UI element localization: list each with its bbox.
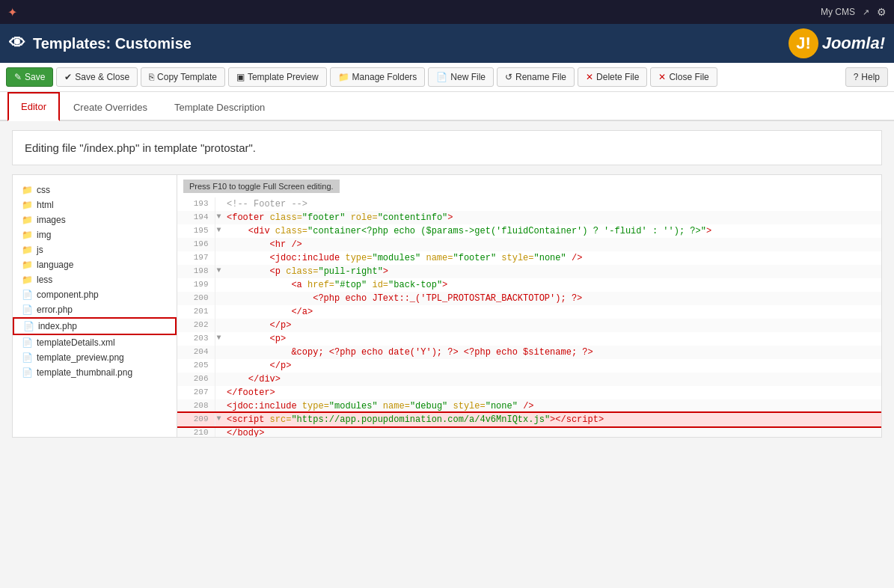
line-code[interactable]: <hr /> <box>224 238 881 251</box>
file-icon: 📄 <box>22 337 33 348</box>
table-row: 205 </p> <box>177 359 881 373</box>
folder-icon: 📁 <box>22 275 33 285</box>
line-number: 201 <box>177 305 215 319</box>
tree-folder-item[interactable]: 📁images <box>13 212 177 227</box>
tree-item-label: less <box>37 275 52 285</box>
line-code[interactable]: &copy; <?php echo date('Y'); ?> <?php ec… <box>224 346 881 359</box>
tree-file-item[interactable]: 📄template_thumbnail.png <box>13 365 177 380</box>
line-code[interactable]: </a> <box>224 305 881 319</box>
tree-item-label: error.php <box>37 304 73 315</box>
line-code[interactable]: <jdoc:include type="modules" name="foote… <box>224 251 881 265</box>
line-arrow <box>215 278 224 292</box>
line-number: 198 <box>177 265 215 278</box>
eye-icon: 👁 <box>9 34 25 53</box>
line-code[interactable]: <script src="https://app.popupdomination… <box>224 413 881 426</box>
copy-template-button[interactable]: ⎘ Copy Template <box>141 67 225 87</box>
help-button[interactable]: ? Help <box>845 67 888 87</box>
toolbar-right: ? Help <box>845 67 888 87</box>
table-row: 209▼<script src="https://app.popupdomina… <box>177 413 881 426</box>
line-code[interactable]: </body> <box>224 426 881 437</box>
table-row: 206 </div> <box>177 373 881 386</box>
rename-file-button[interactable]: ↺ Rename File <box>497 67 575 87</box>
tree-item-label: component.php <box>37 290 99 300</box>
save-button[interactable]: ✎ Save <box>6 67 53 87</box>
line-code[interactable]: </div> <box>224 373 881 386</box>
tree-folder-item[interactable]: 📁language <box>13 257 177 272</box>
tree-folder-item[interactable]: 📁html <box>13 197 177 212</box>
tree-item-label: index.php <box>38 321 77 331</box>
gear-icon[interactable]: ⚙ <box>877 6 887 18</box>
tree-file-item[interactable]: 📄error.php <box>13 302 177 317</box>
preview-icon: ▣ <box>236 72 245 82</box>
tree-file-item[interactable]: 📄template_preview.png <box>13 350 177 365</box>
copy-icon: ⎘ <box>149 72 154 82</box>
save-icon: ✎ <box>14 72 22 82</box>
code-area[interactable]: 193<!-- Footer -->194▼<footer class="foo… <box>177 197 881 437</box>
line-code[interactable]: <p> <box>224 332 881 346</box>
table-row: 198▼ <p class="pull-right"> <box>177 265 881 278</box>
joomla-logo: J! Joomla! <box>788 28 885 59</box>
line-code[interactable]: <a href="#top" id="back-top"> <box>224 278 881 292</box>
line-number: 196 <box>177 238 215 251</box>
line-number: 202 <box>177 319 215 332</box>
tree-folder-item[interactable]: 📁img <box>13 227 177 242</box>
line-code[interactable]: <p class="pull-right"> <box>224 265 881 278</box>
save-close-button[interactable]: ✔ Save & Close <box>56 67 138 87</box>
code-editor[interactable]: Press F10 to toggle Full Screen editing.… <box>177 175 881 437</box>
line-number: 203 <box>177 332 215 346</box>
table-row: 202 </p> <box>177 319 881 332</box>
line-code[interactable]: </footer> <box>224 386 881 399</box>
table-row: 200 <?php echo JText::_('TPL_PROTOSTAR_B… <box>177 292 881 305</box>
editing-file-text: Editing file "/index.php" in template "p… <box>25 141 256 154</box>
line-arrow <box>215 197 224 211</box>
line-code[interactable]: </p> <box>224 359 881 373</box>
editing-title: Editing file "/index.php" in template "p… <box>12 130 882 165</box>
line-code[interactable]: <jdoc:include type="modules" name="debug… <box>224 399 881 413</box>
checkmark-icon: ✔ <box>64 72 72 82</box>
table-row: 199 <a href="#top" id="back-top"> <box>177 278 881 292</box>
tab-editor[interactable]: Editor <box>7 92 60 121</box>
tree-file-item[interactable]: 📄component.php <box>13 287 177 302</box>
editor-hint: Press F10 to toggle Full Screen editing. <box>183 180 340 193</box>
tree-item-label: template_preview.png <box>37 352 124 363</box>
table-row: 210</body> <box>177 426 881 437</box>
new-file-button[interactable]: 📄 New File <box>428 67 494 87</box>
file-icon: 📄 <box>22 290 33 300</box>
table-row: 195▼ <div class="container<?php echo ($p… <box>177 224 881 238</box>
line-code[interactable]: <div class="container<?php echo ($params… <box>224 224 881 238</box>
line-number: 209 <box>177 413 215 426</box>
tab-template-description[interactable]: Template Description <box>161 93 278 120</box>
close-file-button[interactable]: ✕ Close File <box>650 67 717 87</box>
joomla-admin-icon: ✦ <box>7 5 17 19</box>
tree-item-label: language <box>37 260 73 270</box>
svg-text:J!: J! <box>796 34 811 52</box>
line-code[interactable]: </p> <box>224 319 881 332</box>
line-number: 204 <box>177 346 215 359</box>
tree-folder-item[interactable]: 📁js <box>13 242 177 257</box>
line-number: 207 <box>177 386 215 399</box>
tree-file-item[interactable]: 📄index.php <box>13 317 177 335</box>
tree-folder-item[interactable]: 📁css <box>13 183 177 197</box>
line-number: 205 <box>177 359 215 373</box>
mycms-link[interactable]: My CMS <box>821 7 855 17</box>
top-bar-right: My CMS ↗ ⚙ <box>821 6 887 18</box>
main-content: Editing file "/index.php" in template "p… <box>0 121 894 447</box>
folder-icon: 📁 <box>22 185 33 195</box>
tree-file-item[interactable]: 📄templateDetails.xml <box>13 335 177 350</box>
line-code[interactable]: <footer class="footer" role="contentinfo… <box>224 211 881 224</box>
manage-folders-button[interactable]: 📁 Manage Folders <box>330 67 426 87</box>
line-arrow: ▼ <box>215 413 224 426</box>
tab-create-overrides[interactable]: Create Overrides <box>60 93 161 120</box>
file-icon: 📄 <box>23 321 34 331</box>
tree-item-label: img <box>37 230 51 240</box>
line-code[interactable]: <!-- Footer --> <box>224 197 881 211</box>
line-number: 200 <box>177 292 215 305</box>
line-arrow <box>215 238 224 251</box>
line-arrow <box>215 373 224 386</box>
line-code[interactable]: <?php echo JText::_('TPL_PROTOSTAR_BACKT… <box>224 292 881 305</box>
tree-folder-item[interactable]: 📁less <box>13 272 177 287</box>
new-file-icon: 📄 <box>436 72 447 82</box>
delete-file-button[interactable]: ✕ Delete File <box>578 67 647 87</box>
template-preview-button[interactable]: ▣ Template Preview <box>228 67 327 87</box>
toolbar: ✎ Save ✔ Save & Close ⎘ Copy Template ▣ … <box>0 63 894 92</box>
